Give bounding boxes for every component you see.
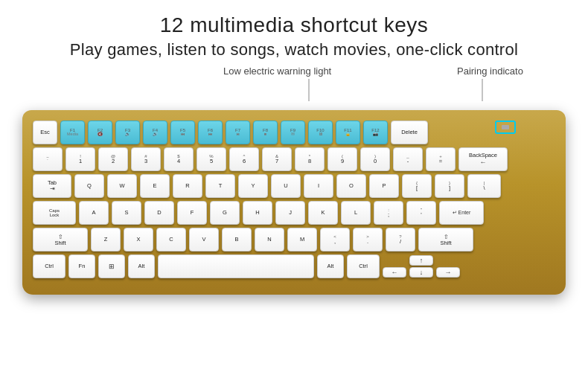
title-line1: 12 multimedia shortcut keys (70, 13, 518, 37)
key-f11[interactable]: F11🔒 (336, 121, 360, 144)
key-6[interactable]: ^6 (229, 147, 259, 171)
annotation-low-electric: Low electric warning light (223, 65, 331, 77)
key-esc[interactable]: Esc (33, 121, 57, 144)
key-lalt[interactable]: Alt (128, 254, 155, 278)
key-lctrl[interactable]: Ctrl (33, 254, 65, 278)
key-m[interactable]: M (287, 228, 317, 251)
key-x[interactable]: X (124, 228, 153, 251)
qwerty-row: Tab⇥ Q W E R T Y U I O P {[ }] |\ (33, 174, 555, 198)
key-n[interactable]: N (255, 228, 284, 251)
key-8[interactable]: *8 (295, 147, 325, 171)
key-k[interactable]: K (308, 201, 338, 225)
arrow-cluster: ↑ ← ↓ → (383, 255, 460, 278)
key-rbracket[interactable]: }] (435, 174, 464, 198)
key-equals[interactable]: += (426, 147, 456, 171)
key-win[interactable]: ⊞ (98, 254, 125, 278)
key-f7[interactable]: F7⏯ (226, 121, 250, 144)
bottom-row: Ctrl Fn ⊞ Alt Alt Ctrl ↑ ← ↓ → (33, 254, 555, 278)
key-f5[interactable]: F5⏮ (170, 121, 195, 144)
key-g[interactable]: G (210, 201, 240, 225)
key-capslock[interactable]: Caps Lock (33, 201, 76, 225)
key-j[interactable]: J (275, 201, 305, 225)
header-section: 12 multimedia shortcut keys Play games, … (70, 0, 518, 60)
key-d[interactable]: D (144, 201, 174, 225)
key-tab[interactable]: Tab⇥ (33, 174, 71, 198)
key-f8[interactable]: F8■ (253, 121, 278, 144)
key-rshift[interactable]: ⇧Shift (418, 228, 473, 251)
key-slash[interactable]: ?/ (386, 228, 415, 251)
key-o[interactable]: O (336, 174, 366, 198)
key-f6[interactable]: F6⏭ (198, 121, 223, 144)
key-5[interactable]: %5 (196, 147, 226, 171)
keyboard: Esc F1Media F2🔇 F3🔉 F4🔊 F5⏮ F6⏭ F7⏯ F8■ … (22, 110, 566, 295)
key-lshift[interactable]: ⇧Shift (33, 228, 88, 251)
annotation-pairing: Pairing indicato (457, 65, 523, 77)
key-quote[interactable]: "' (406, 201, 436, 225)
key-arrow-up[interactable]: ↑ (409, 255, 433, 266)
key-f10[interactable]: F10🖥 (308, 121, 333, 144)
pairing-indicator-box (495, 121, 516, 134)
key-w[interactable]: W (107, 174, 137, 198)
key-0[interactable]: )0 (360, 147, 390, 171)
key-lbracket[interactable]: {[ (402, 174, 432, 198)
key-r[interactable]: R (173, 174, 202, 198)
key-f12[interactable]: F12📷 (363, 121, 388, 144)
function-key-row: Esc F1Media F2🔇 F3🔉 F4🔊 F5⏮ F6⏭ F7⏯ F8■ … (33, 121, 555, 144)
key-delete[interactable]: Delete (391, 121, 428, 144)
key-q[interactable]: Q (74, 174, 104, 198)
key-rctrl[interactable]: Ctrl (347, 254, 380, 278)
key-y[interactable]: Y (238, 174, 268, 198)
key-l[interactable]: L (341, 201, 371, 225)
key-comma[interactable]: <, (320, 228, 350, 251)
number-row: ~` !1 @2 #3 $4 %5 ^6 &7 *8 (9 )0 _- += B… (33, 147, 555, 171)
asdf-row: Caps Lock A S D F G H J K L :; "' ↵ Ente… (33, 201, 555, 225)
key-tilde[interactable]: ~` (33, 147, 63, 171)
key-b[interactable]: B (222, 228, 252, 251)
key-4[interactable]: $4 (164, 147, 194, 171)
pairing-led (502, 125, 509, 129)
key-f[interactable]: F (177, 201, 207, 225)
key-backspace[interactable]: BackSpace← (458, 147, 508, 171)
key-enter[interactable]: ↵ Enter (439, 201, 484, 225)
key-h[interactable]: H (243, 201, 272, 225)
key-period[interactable]: >. (353, 228, 383, 251)
key-minus[interactable]: _- (393, 147, 423, 171)
key-3[interactable]: #3 (131, 147, 161, 171)
zxcv-row: ⇧Shift Z X C V B N M <, >. ?/ ⇧Shift (33, 228, 555, 251)
key-ralt[interactable]: Alt (317, 254, 344, 278)
key-arrow-left[interactable]: ← (383, 267, 406, 278)
key-a[interactable]: A (79, 201, 109, 225)
key-9[interactable]: (9 (327, 147, 357, 171)
key-e[interactable]: E (140, 174, 170, 198)
key-u[interactable]: U (271, 174, 301, 198)
key-backslash[interactable]: |\ (467, 174, 501, 198)
key-c[interactable]: C (156, 228, 186, 251)
title-line2: Play games, listen to songs, watch movie… (70, 40, 518, 60)
key-s[interactable]: S (112, 201, 141, 225)
key-f9[interactable]: F9✉ (281, 121, 305, 144)
key-space[interactable] (158, 254, 314, 278)
key-1[interactable]: !1 (65, 147, 95, 171)
page-container: 12 multimedia shortcut keys Play games, … (0, 0, 588, 375)
key-z[interactable]: Z (91, 228, 121, 251)
keyboard-wrapper: Esc F1Media F2🔇 F3🔉 F4🔊 F5⏮ F6⏭ F7⏯ F8■ … (22, 110, 566, 295)
key-2[interactable]: @2 (98, 147, 128, 171)
key-f4[interactable]: F4🔊 (143, 121, 167, 144)
key-t[interactable]: T (205, 174, 235, 198)
key-arrow-down[interactable]: ↓ (409, 267, 433, 278)
key-f3[interactable]: F3🔉 (115, 121, 140, 144)
key-f1[interactable]: F1Media (60, 121, 85, 144)
key-arrow-right[interactable]: → (436, 267, 460, 278)
key-p[interactable]: P (369, 174, 399, 198)
key-v[interactable]: V (189, 228, 219, 251)
key-fn[interactable]: Fn (68, 254, 95, 278)
key-f2[interactable]: F2🔇 (88, 121, 112, 144)
key-7[interactable]: &7 (262, 147, 292, 171)
key-semicolon[interactable]: :; (374, 201, 403, 225)
key-i[interactable]: I (304, 174, 333, 198)
